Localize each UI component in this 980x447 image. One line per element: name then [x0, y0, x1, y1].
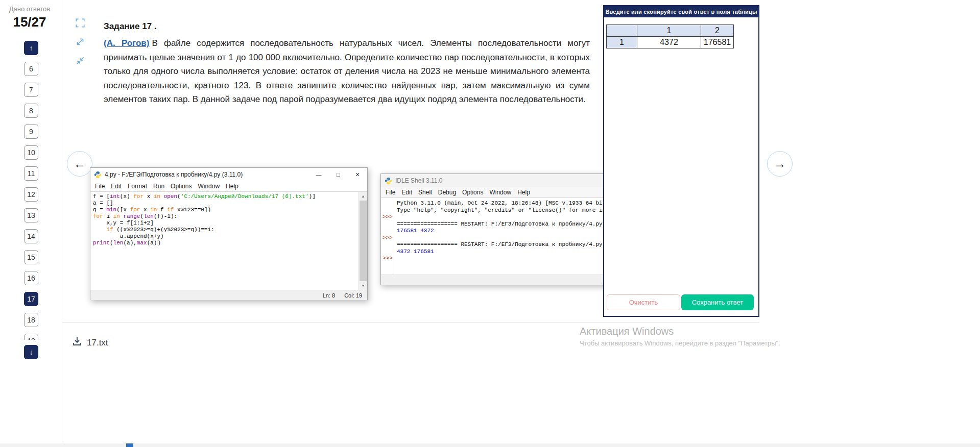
table-col-header-2: 2 [701, 25, 734, 37]
answers-counter-value: 15/27 [0, 14, 59, 30]
shell-prompt [383, 241, 394, 249]
menu-debug[interactable]: Debug [435, 189, 459, 196]
task-number-sidebar: ↑ 678910111213141516171819 [24, 41, 39, 340]
code-token: (a) [147, 240, 157, 246]
answer-cell-2[interactable]: 176581 [701, 37, 734, 48]
scroll-down-icon[interactable]: ▼ [359, 281, 367, 290]
sidebar-item-11[interactable]: 11 [24, 166, 38, 181]
editor-titlebar[interactable]: 4.py - F:/ЕГЭ/Подготовка к пробнику/4.py… [90, 168, 367, 181]
menu-window[interactable]: Window [195, 183, 223, 190]
sidebar-item-18[interactable]: 18 [24, 313, 38, 327]
code-token: for [93, 213, 103, 219]
editor-statusbar: Ln: 8 Col: 19 [90, 290, 367, 300]
editor-code[interactable]: f = [int(x) for x in open('C:/Users/Андр… [90, 192, 358, 290]
shell-prompt [383, 249, 394, 256]
editor-scroll-thumb[interactable] [360, 201, 367, 281]
sidebar-item-8[interactable]: 8 [24, 104, 38, 118]
sidebar-item-6[interactable]: 6 [24, 62, 38, 76]
collapse-diagonal-icon[interactable] [75, 55, 86, 66]
download-icon [71, 336, 83, 350]
menu-run[interactable]: Run [150, 183, 168, 190]
code-line: if ((x%2023>=q)+(y%2023>=q))==1: [93, 227, 358, 233]
sidebar-item-17[interactable]: 17 [24, 292, 38, 306]
code-token: x [140, 207, 150, 213]
python-icon [385, 177, 392, 185]
windows-activation-watermark: Активация Windows Чтобы активировать Win… [580, 326, 780, 347]
shell-prompt [383, 207, 394, 214]
code-line: q = min([x for x in f if x%123==0]) [93, 207, 358, 213]
code-token: in [113, 213, 120, 219]
task-file-link[interactable]: 17.txt [71, 336, 108, 350]
sidebar-scroll-up-button[interactable]: ↑ [24, 41, 38, 55]
menu-format[interactable]: Format [125, 183, 150, 190]
code-line: print(len(a),max(a)) [93, 240, 358, 246]
save-answer-button[interactable]: Сохранить ответ [681, 294, 754, 310]
sidebar-list: ↑ 678910111213141516171819 [24, 41, 39, 340]
code-token: (f)-1): [154, 213, 177, 219]
expand-diagonal-icon[interactable] [75, 36, 86, 47]
menu-window[interactable]: Window [486, 189, 514, 196]
menu-options[interactable]: Options [459, 189, 486, 196]
sidebar-scroll-down-button[interactable]: ↓ [24, 345, 38, 359]
menu-edit[interactable]: Edit [398, 189, 415, 196]
sidebar-item-15[interactable]: 15 [24, 250, 38, 264]
code-token: q = [93, 207, 106, 213]
editor-scrollbar[interactable]: ▲ ▼ [358, 192, 367, 290]
menu-help[interactable]: Help [514, 189, 533, 196]
code-token: min [106, 207, 116, 213]
answer-table-header-row: 1 2 [607, 25, 734, 37]
code-token: 'C:/Users/Андрей/Downloads/17 (6).txt' [181, 193, 309, 200]
right-arrow-icon: → [774, 158, 786, 170]
code-token: len [113, 240, 124, 246]
code-token: in [154, 193, 160, 200]
code-token: ) [157, 240, 161, 246]
prev-task-button[interactable]: ← [67, 151, 92, 177]
sidebar-item-19[interactable]: 19 [24, 334, 38, 340]
answer-panel-header: Введите или скопируйте свой ответ в поля… [604, 6, 758, 17]
menu-shell[interactable]: Shell [415, 189, 435, 196]
menu-file[interactable]: File [92, 183, 108, 190]
editor-column-indicator: Col: 19 [344, 292, 362, 299]
scroll-up-icon[interactable]: ▲ [359, 192, 367, 201]
sidebar-item-16[interactable]: 16 [24, 271, 38, 285]
menu-file[interactable]: File [383, 189, 398, 196]
table-col-header-1: 1 [637, 25, 701, 37]
sidebar-item-9[interactable]: 9 [24, 125, 38, 139]
editor-menubar: FileEditFormatRunOptionsWindowHelp [90, 181, 367, 192]
author-link[interactable]: (А. Рогов) [104, 38, 149, 48]
answer-cell-1[interactable]: 4372 [637, 37, 701, 48]
clear-button[interactable]: Очистить [607, 294, 680, 310]
code-token: x [144, 193, 154, 200]
sidebar-item-7[interactable]: 7 [24, 83, 38, 97]
taskbar-icon-sliver [126, 443, 133, 447]
sidebar-item-13[interactable]: 13 [24, 208, 38, 222]
menu-help[interactable]: Help [223, 183, 242, 190]
minimize-icon[interactable]: — [309, 168, 328, 181]
answer-panel: Введите или скопируйте свой ответ в поля… [603, 5, 759, 317]
code-token: a = [] [93, 200, 113, 206]
code-token: in [150, 207, 157, 213]
task-block: Задание 17 . (А. Рогов)В файле содержитс… [104, 21, 590, 107]
answers-counter: Дано ответов 15/27 [0, 5, 59, 30]
next-task-button[interactable]: → [767, 151, 793, 177]
taskbar-edge [0, 443, 980, 447]
code-token: )] [309, 193, 316, 200]
exam-page: Дано ответов 15/27 ↑ 6789101112131415161… [0, 0, 980, 447]
code-token: f = [ [93, 193, 110, 200]
shell-prompt [383, 200, 394, 207]
sidebar-item-10[interactable]: 10 [24, 145, 38, 160]
sidebar-item-14[interactable]: 14 [24, 229, 38, 243]
code-token: f [157, 207, 167, 213]
menu-edit[interactable]: Edit [108, 183, 125, 190]
code-token: ( [177, 193, 181, 200]
maximize-icon[interactable]: □ [328, 168, 348, 181]
answers-counter-label: Дано ответов [0, 5, 59, 13]
shell-window-title: IDLE Shell 3.11.0 [395, 177, 443, 184]
menu-options[interactable]: Options [168, 183, 195, 190]
editor-line-indicator: Ln: 8 [323, 292, 335, 299]
close-icon[interactable]: ✕ [348, 168, 367, 181]
fullscreen-icon[interactable] [75, 17, 86, 29]
sidebar-item-12[interactable]: 12 [24, 187, 38, 202]
code-token: int [110, 193, 120, 200]
editor-window-controls: — □ ✕ [309, 168, 367, 181]
